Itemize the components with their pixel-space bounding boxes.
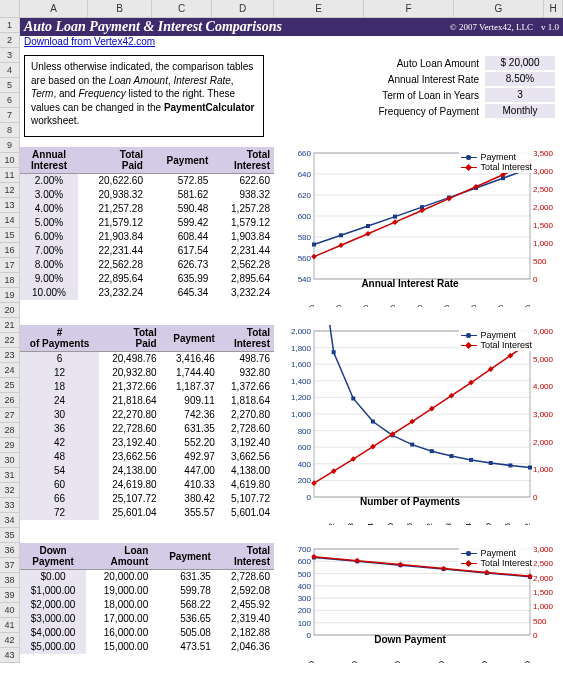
row-header[interactable]: 22 — [0, 333, 20, 348]
corner-cell[interactable] — [0, 0, 20, 17]
table-cell: 15,000.00 — [86, 640, 152, 654]
row-header[interactable]: 20 — [0, 303, 20, 318]
table-cell: 938.32 — [212, 188, 274, 202]
svg-text:36: 36 — [405, 522, 414, 525]
table-cell: 3,662.56 — [219, 450, 274, 464]
row-header[interactable]: 23 — [0, 348, 20, 363]
col-header[interactable]: G — [454, 0, 544, 17]
row-header[interactable]: 19 — [0, 288, 20, 303]
row-header[interactable]: 18 — [0, 273, 20, 288]
svg-text:7.0%: 7.0% — [442, 305, 451, 307]
table-cell: 4,619.80 — [219, 478, 274, 492]
row-header[interactable]: 40 — [0, 603, 20, 618]
svg-text:1,400: 1,400 — [291, 377, 312, 386]
row-header[interactable]: 28 — [0, 423, 20, 438]
svg-rect-100 — [489, 461, 493, 465]
svg-text:6.0%: 6.0% — [415, 305, 424, 307]
row-header[interactable]: 16 — [0, 243, 20, 258]
table-header: AnnualInterest — [20, 147, 78, 174]
col-header[interactable]: C — [152, 0, 212, 17]
col-header[interactable]: H — [544, 0, 563, 17]
row-header[interactable]: 1 — [0, 18, 20, 33]
row-header[interactable]: 42 — [0, 633, 20, 648]
col-header[interactable]: B — [88, 0, 152, 17]
row-header[interactable]: 33 — [0, 498, 20, 513]
row-header[interactable]: 15 — [0, 228, 20, 243]
table-cell: 72 — [20, 506, 99, 520]
table-cell: 552.20 — [161, 436, 219, 450]
table-cell: 20,932.80 — [99, 366, 161, 380]
row-header[interactable]: 31 — [0, 468, 20, 483]
row-header[interactable]: 37 — [0, 558, 20, 573]
row-header[interactable]: 26 — [0, 393, 20, 408]
row-header[interactable]: 24 — [0, 363, 20, 378]
svg-text:6,000: 6,000 — [533, 327, 554, 336]
row-header[interactable]: 13 — [0, 198, 20, 213]
row-header[interactable]: 10 — [0, 153, 20, 168]
svg-text:$1,000: $1,000 — [350, 660, 359, 663]
table-cell: $4,000.00 — [20, 626, 86, 640]
table-cell: 12 — [20, 366, 99, 380]
row-header[interactable]: 41 — [0, 618, 20, 633]
table-cell: 3.00% — [20, 188, 78, 202]
parameters: Auto Loan Amount$ 20,000Annual Interest … — [268, 51, 563, 141]
row-header[interactable]: 34 — [0, 513, 20, 528]
spreadsheet: ABCDEFGH 1234567891011121314151617181920… — [0, 0, 563, 663]
table-cell: 22,270.80 — [99, 408, 161, 422]
table-header: TotalPaid — [99, 325, 161, 352]
table-cell: 5,107.72 — [219, 492, 274, 506]
table-cell: 1,372.66 — [219, 380, 274, 394]
row-header[interactable]: 21 — [0, 318, 20, 333]
row-header[interactable]: 6 — [0, 93, 20, 108]
row-header[interactable]: 32 — [0, 483, 20, 498]
row-header[interactable]: 5 — [0, 78, 20, 93]
table-cell: 9.00% — [20, 272, 78, 286]
table-cell: 498.76 — [219, 352, 274, 366]
row-header[interactable]: 38 — [0, 573, 20, 588]
row-header[interactable]: 8 — [0, 123, 20, 138]
row-header[interactable]: 25 — [0, 378, 20, 393]
table-row: 4823,662.56492.973,662.56 — [20, 450, 274, 464]
svg-text:30: 30 — [386, 522, 395, 525]
row-header[interactable]: 2 — [0, 33, 20, 48]
table-header: Payment — [147, 147, 212, 174]
table-cell: 2,046.36 — [215, 640, 274, 654]
chart-annual-interest: 54056058060062064066005001,0001,5002,000… — [282, 147, 562, 307]
download-link[interactable]: Download from Vertex42.com — [24, 36, 155, 47]
svg-text:3,000: 3,000 — [533, 545, 554, 554]
row-header[interactable]: 17 — [0, 258, 20, 273]
table-row: 1821,372.661,187.371,372.66 — [20, 380, 274, 394]
svg-rect-94 — [371, 420, 375, 424]
row-header[interactable]: 36 — [0, 543, 20, 558]
table-cell: 2,895.64 — [212, 272, 274, 286]
row-header[interactable]: 9 — [0, 138, 20, 153]
row-header[interactable]: 27 — [0, 408, 20, 423]
col-header[interactable]: D — [212, 0, 274, 17]
table-row: 2.00%20,622.60572.85622.60 — [20, 174, 274, 188]
table-cell: 6.00% — [20, 230, 78, 244]
table-header: #of Payments — [20, 325, 99, 352]
row-header[interactable]: 7 — [0, 108, 20, 123]
row-header[interactable]: 11 — [0, 168, 20, 183]
svg-text:1,500: 1,500 — [533, 221, 554, 230]
row-header[interactable]: 14 — [0, 213, 20, 228]
row-header[interactable]: 4 — [0, 63, 20, 78]
row-header[interactable]: 29 — [0, 438, 20, 453]
row-header[interactable]: 43 — [0, 648, 20, 663]
row-header[interactable]: 3 — [0, 48, 20, 63]
row-header[interactable]: 30 — [0, 453, 20, 468]
col-header[interactable]: A — [20, 0, 88, 17]
svg-text:580: 580 — [298, 233, 312, 242]
copyright: © 2007 Vertex42, LLC — [450, 22, 533, 32]
svg-text:24: 24 — [366, 522, 375, 525]
row-header[interactable]: 12 — [0, 183, 20, 198]
col-header[interactable]: F — [364, 0, 454, 17]
svg-text:$3,000: $3,000 — [437, 660, 446, 663]
row-header[interactable]: 39 — [0, 588, 20, 603]
table-header: TotalInterest — [212, 147, 274, 174]
col-header[interactable]: E — [274, 0, 364, 17]
table-cell: 3,232.24 — [212, 286, 274, 300]
title-bar: Auto Loan Payment & Interest Comparisons… — [20, 18, 563, 36]
table-cell: 48 — [20, 450, 99, 464]
row-header[interactable]: 35 — [0, 528, 20, 543]
